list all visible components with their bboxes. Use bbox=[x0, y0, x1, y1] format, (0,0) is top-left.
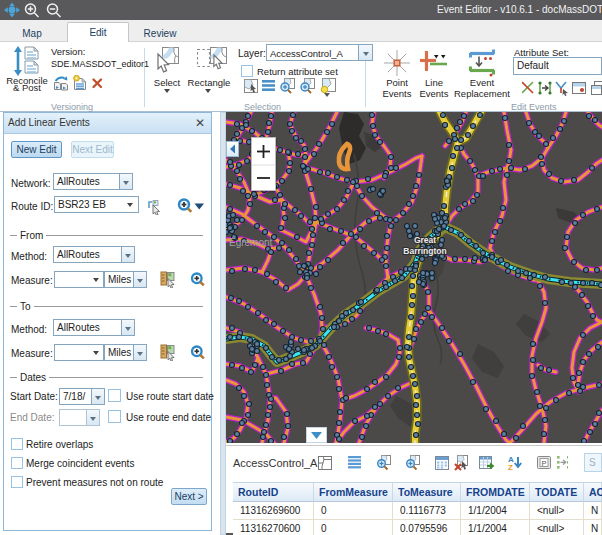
svg-text:Great: Great bbox=[414, 235, 436, 245]
svg-text:Barrington: Barrington bbox=[403, 246, 446, 256]
svg-text:P: P bbox=[542, 459, 547, 468]
svg-text:Egremont: Egremont bbox=[229, 237, 273, 248]
svg-text:Z: Z bbox=[508, 463, 513, 471]
